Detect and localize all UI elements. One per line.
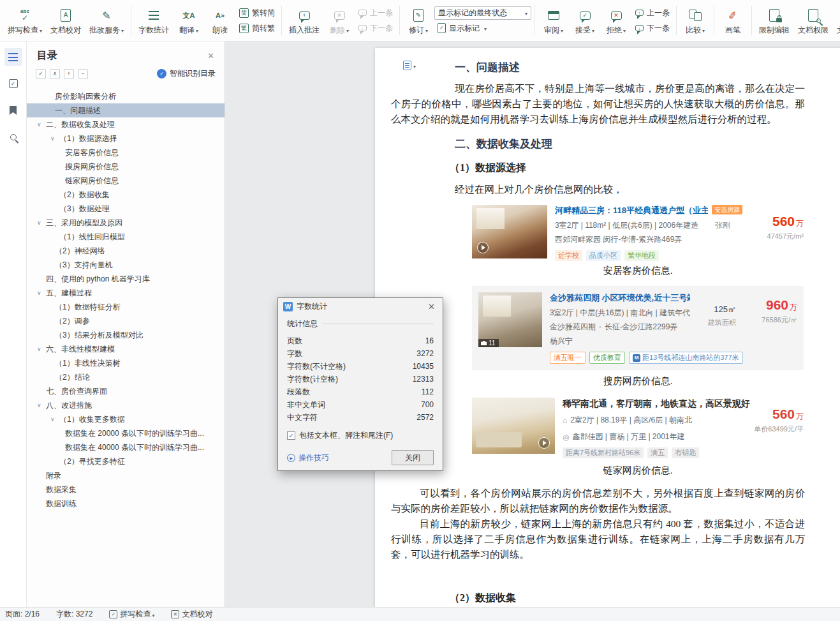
dialog-close-icon[interactable]: ✕ xyxy=(425,302,438,311)
listing-card-lianjia[interactable]: 稀罕南北通，客厅朝南，地铁直达，高区景观好 ⌂2室2厅 | 88.19平 | 高… xyxy=(472,398,804,458)
toc-item-label: 八、改进措施 xyxy=(46,400,92,411)
spellcheck-status[interactable]: ✓拼写检查 xyxy=(109,609,154,620)
read-aloud-button[interactable]: A» 朗读 xyxy=(205,2,235,39)
listing-address[interactable]: 长征-金沙江路2299弄 xyxy=(605,322,678,331)
collapse-all-icon[interactable]: ∧ xyxy=(50,69,60,79)
toc-item[interactable]: （3）支持向量机 xyxy=(27,258,225,272)
chevron-down-icon[interactable] xyxy=(50,417,59,423)
markup-state-select[interactable]: 显示标记的最终状态 xyxy=(434,6,531,20)
spell-check-button[interactable]: abc✓ 拼写检查 xyxy=(4,2,46,39)
toc-item[interactable]: （3）数据处理 xyxy=(27,202,225,216)
toc-toolbar: ✓∧+− ✓智能识别目录 xyxy=(27,65,225,84)
toc-item[interactable]: 八、改进措施 xyxy=(27,398,225,412)
house-icon: ⌂ xyxy=(563,416,567,425)
toc-item[interactable]: 搜房网房价信息 xyxy=(27,160,225,174)
toc-item[interactable]: （2）数据收集 xyxy=(27,188,225,202)
toc-item[interactable]: 数据采集 xyxy=(27,483,225,497)
listing-card-soufun[interactable]: 11 金沙雅苑四期 小区环境优美,近十三号站50米 3室2厅 | 中层(共16层… xyxy=(472,286,804,370)
listing-card-anjuke[interactable]: 河畔精品三房：118平经典通透户型（业主诚售，有钥匙随时看） 安选房源 3室2厅… xyxy=(472,204,804,261)
search-pane-icon[interactable] xyxy=(4,128,22,146)
include-footnotes-checkbox[interactable]: ✓ 包括文本框、脚注和尾注(F) xyxy=(287,430,434,441)
toc-item[interactable]: 五、建模过程 xyxy=(27,286,225,300)
chevron-down-icon[interactable] xyxy=(37,347,46,352)
checklist-pane-icon[interactable]: ✓ xyxy=(4,75,22,93)
toc-item[interactable]: 安居客房价信息 xyxy=(27,146,225,160)
insert-comment-button[interactable]: + 插入批注 xyxy=(285,2,323,39)
toc-item[interactable]: 链家网房价信息 xyxy=(27,174,225,188)
chevron-down-icon[interactable] xyxy=(37,122,46,128)
trad-to-simp-button[interactable]: 简繁转简 xyxy=(236,6,278,20)
track-changes-button[interactable]: ✎ 修订 xyxy=(403,2,434,39)
toc-item[interactable]: （2）结论 xyxy=(27,370,225,384)
toc-item[interactable]: 数据集在 20000 条以下时的训练学习曲... xyxy=(27,426,225,440)
bookmark-pane-icon[interactable] xyxy=(4,101,22,119)
compare-button[interactable]: 比较 xyxy=(680,2,711,39)
toc-item[interactable]: （1）收集更多数据 xyxy=(27,412,225,426)
chevron-down-icon[interactable] xyxy=(37,220,46,226)
doc-cert-label: 文档认证 xyxy=(837,26,840,34)
show-markup-button[interactable]: ✓显示标记 xyxy=(434,22,531,35)
translate-button[interactable]: 文A 翻译 xyxy=(173,2,204,39)
chevron-down-icon[interactable] xyxy=(50,136,59,142)
toc-item[interactable]: （3）结果分析及模型对比 xyxy=(27,328,225,342)
simp-to-trad-button[interactable]: 繁简转繁 xyxy=(236,22,278,35)
listing-title[interactable]: 稀罕南北通，客厅朝南，地铁直达，高区景观好 xyxy=(563,398,742,409)
toc-item[interactable]: （1）线性回归模型 xyxy=(27,230,225,244)
close-icon[interactable]: ✕ xyxy=(207,51,214,61)
toc-item[interactable]: （1）非线性决策树 xyxy=(27,356,225,370)
close-button[interactable]: 关闭 xyxy=(392,450,434,465)
reject-button[interactable]: ✕ 拒绝 xyxy=(601,2,631,39)
doc-permission-button[interactable]: 文档权限 xyxy=(794,2,832,39)
tips-link[interactable]: ▶操作技巧 xyxy=(287,453,329,463)
toc-item[interactable]: 数据训练 xyxy=(27,497,225,511)
smart-toc-button[interactable]: ✓智能识别目录 xyxy=(157,68,216,79)
toc-item[interactable]: 四、使用的 python 机器学习库 xyxy=(27,272,225,286)
restrict-edit-button[interactable]: 限制编辑 xyxy=(755,2,793,39)
page-style-tool[interactable] xyxy=(403,61,416,70)
toc-item[interactable]: 附录 xyxy=(27,468,225,483)
word-count-indicator[interactable]: 字数: 3272 xyxy=(56,609,92,620)
listing-title[interactable]: 河畔精品三房：118平经典通透户型（业主诚售，有钥匙随时看） xyxy=(555,205,708,216)
toc-item[interactable]: 数据集在 40000 条以下时的训练学习曲... xyxy=(27,440,225,454)
doc-cert-button[interactable]: ◎ 文档认证 xyxy=(833,2,840,39)
toc-item[interactable]: （1）数据特征分析 xyxy=(27,300,225,314)
expand-icon[interactable]: + xyxy=(64,69,74,79)
toc-item[interactable]: （2）调参 xyxy=(27,314,225,328)
brush-button[interactable]: ✐ 画笔 xyxy=(718,2,748,39)
toc-item[interactable]: 二、数据收集及处理 xyxy=(27,117,225,131)
toc-panel: 目录 ✕ ✓∧+− ✓智能识别目录 房价影响因素分析 一、问题描述 二、数据收集… xyxy=(27,41,225,607)
accept-button[interactable]: ✓ 接受 xyxy=(570,2,600,39)
toc-item[interactable]: （2）神经网络 xyxy=(27,244,225,258)
prev-revision-button[interactable]: ↑上一条 xyxy=(632,6,673,20)
correction-service-button[interactable]: ✎ 批改服务 xyxy=(85,2,128,39)
word-count-button[interactable]: 字数统计 xyxy=(135,2,173,39)
listing-title[interactable]: 金沙雅苑四期 小区环境优美,近十三号站50米 xyxy=(550,292,690,303)
subheading-data-collect: （2）数据收集 xyxy=(450,592,821,604)
chevron-down-icon[interactable] xyxy=(37,290,46,296)
page-indicator[interactable]: 页面: 2/16 xyxy=(5,609,40,620)
toc-item[interactable]: （1）数据源选择 xyxy=(27,131,225,146)
toc-item[interactable]: （2）寻找更多特征 xyxy=(27,454,225,468)
document-page[interactable]: 一、问题描述 现在房价居高不下，特别是上海等一线城市，房价更是高的离谱，那么在决… xyxy=(375,48,840,607)
proofread-status[interactable]: ✕文档校对 xyxy=(171,609,212,620)
listing-meta: 2室2厅 | 88.19平 | 高区/6层 | 朝南北 xyxy=(570,415,692,426)
toc-item[interactable]: 六、非线性模型建模 xyxy=(27,342,225,356)
caret-down-icon xyxy=(345,26,349,34)
outline-pane-icon[interactable] xyxy=(4,48,22,66)
select-all-icon[interactable]: ✓ xyxy=(36,69,46,79)
caret-down-icon xyxy=(151,610,154,619)
community-link[interactable]: 金沙雅苑四期 xyxy=(550,322,596,331)
toc-item[interactable]: 三、采用的模型及原因 xyxy=(27,216,225,230)
toc-item[interactable]: 房价影响因素分析 xyxy=(27,89,225,103)
toc-item-label: （1）数据特征分析 xyxy=(55,302,121,313)
doc-proofread-button[interactable]: A 文档校对 xyxy=(47,2,85,39)
left-icon-strip: ✓ xyxy=(0,41,27,607)
dialog-titlebar[interactable]: W 字数统计 ✕ xyxy=(278,298,443,315)
collapse-icon[interactable]: − xyxy=(78,69,88,79)
review-pane-button[interactable]: 审阅 xyxy=(538,2,569,39)
next-revision-button[interactable]: ↓下一条 xyxy=(632,22,673,35)
checkbox-checked-icon[interactable]: ✓ xyxy=(287,431,295,440)
toc-item[interactable]: 七、房价查询界面 xyxy=(27,384,225,398)
toc-item[interactable]: 一、问题描述 xyxy=(27,103,225,117)
chevron-down-icon[interactable] xyxy=(37,403,46,408)
